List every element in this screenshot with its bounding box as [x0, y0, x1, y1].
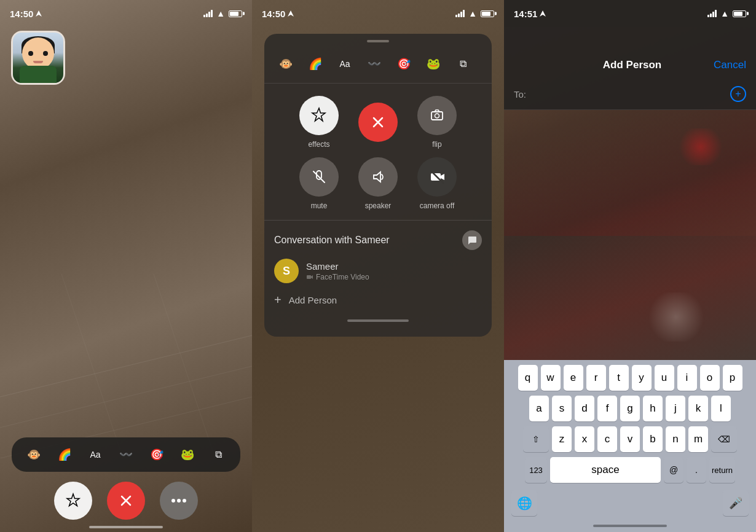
home-indicator-2 — [347, 319, 409, 322]
status-bar-3: 14:51 ▲ — [504, 0, 756, 27]
key-x[interactable]: x — [575, 426, 594, 452]
panel-call-controls: 14:50 ▲ 🐵 🌈 Aa 〰️ 🎯 🐸 ⧉ — [252, 0, 504, 532]
status-icons-3: ▲ — [707, 9, 746, 18]
recipient-input[interactable] — [531, 89, 730, 100]
monkey-btn-2[interactable]: 🐵 — [274, 52, 297, 76]
key-l[interactable]: l — [711, 396, 731, 421]
flip-circle — [417, 96, 457, 135]
key-r[interactable]: r — [586, 365, 606, 391]
effects-toolbar-1: 🐵 🌈 Aa 〰️ 🎯 🐸 ⧉ — [12, 437, 240, 472]
effects-circle — [299, 96, 339, 135]
wifi-icon: ▲ — [216, 9, 225, 18]
add-person-row[interactable]: + Add Person — [274, 293, 482, 307]
key-dot[interactable]: . — [687, 457, 706, 483]
sheet-handle — [367, 40, 389, 42]
flip-ctrl-btn[interactable]: flip — [417, 96, 457, 149]
text-btn[interactable]: Aa — [84, 444, 106, 466]
layers-btn-2[interactable]: ⧉ — [451, 52, 474, 76]
end-call-btn-2[interactable] — [358, 103, 398, 142]
svg-marker-17 — [374, 172, 380, 182]
more-btn-1[interactable] — [160, 482, 198, 520]
mute-ctrl-btn[interactable]: mute — [299, 157, 339, 210]
key-i[interactable]: i — [677, 365, 697, 391]
location-icon-3 — [540, 10, 546, 17]
audio-effect-btn[interactable]: 〰️ — [115, 444, 137, 466]
key-t[interactable]: t — [609, 365, 629, 391]
frog-btn[interactable]: 🐸 — [176, 444, 199, 466]
svg-line-16 — [313, 171, 325, 182]
key-b[interactable]: b — [643, 426, 663, 452]
speaker-circle — [358, 157, 398, 197]
mic-key[interactable]: 🎤 — [723, 490, 749, 516]
key-u[interactable]: u — [655, 365, 674, 391]
add-contact-btn[interactable]: + — [730, 86, 746, 102]
cancel-btn[interactable]: Cancel — [714, 59, 746, 71]
rainbow-btn[interactable]: 🌈 — [53, 444, 76, 466]
key-c[interactable]: c — [597, 426, 617, 452]
effects-ctrl-btn[interactable]: effects — [299, 96, 339, 149]
home-indicator-1 — [89, 526, 163, 528]
key-delete[interactable]: ⌫ — [711, 426, 737, 452]
call-options-sheet: 🐵 🌈 Aa 〰️ 🎯 🐸 ⧉ effects — [264, 34, 492, 337]
effects-action-btn[interactable] — [54, 482, 92, 520]
key-return[interactable]: return — [709, 457, 735, 483]
key-s[interactable]: s — [552, 396, 572, 421]
frog-btn-2[interactable]: 🐸 — [422, 52, 445, 76]
layers-btn[interactable]: ⧉ — [207, 444, 229, 466]
key-g[interactable]: g — [620, 396, 640, 421]
camera-off-icon — [428, 168, 446, 186]
text-btn-2[interactable]: Aa — [333, 52, 356, 76]
flip-camera-icon — [428, 107, 446, 124]
audio-btn-2[interactable]: 〰️ — [363, 52, 386, 76]
key-v[interactable]: v — [620, 426, 640, 452]
camera-off-ctrl-btn[interactable]: camera off — [417, 157, 457, 210]
key-f[interactable]: f — [597, 396, 617, 421]
key-q[interactable]: q — [518, 365, 538, 391]
globe-key[interactable]: 🌐 — [511, 490, 537, 516]
key-p[interactable]: p — [723, 365, 742, 391]
keyboard-row-1: q w e r t y u i o p — [506, 365, 754, 391]
key-d[interactable]: d — [575, 396, 594, 421]
circle-btn[interactable]: 🎯 — [146, 444, 168, 466]
contact-name: Sameer — [306, 261, 369, 272]
svg-point-10 — [183, 499, 186, 503]
message-btn[interactable] — [462, 230, 482, 250]
key-o[interactable]: o — [700, 365, 720, 391]
circle-btn-2[interactable]: 🎯 — [392, 52, 415, 76]
key-m[interactable]: m — [688, 426, 708, 452]
key-e[interactable]: e — [564, 365, 583, 391]
action-buttons-1 — [54, 482, 198, 520]
rainbow-btn-2[interactable]: 🌈 — [304, 52, 327, 76]
to-field: To: + — [504, 79, 756, 110]
speaker-ctrl-btn[interactable]: speaker — [358, 157, 398, 210]
star-icon — [65, 493, 81, 509]
key-shift[interactable]: ⇧ — [523, 426, 549, 452]
contact-subtitle: FaceTime Video — [306, 273, 369, 281]
key-at[interactable]: @ — [664, 457, 683, 483]
key-123[interactable]: 123 — [525, 457, 547, 483]
red-glow — [676, 128, 725, 165]
panel-facetime-call: 14:50 ▲ — [0, 0, 252, 532]
status-bar-2: 14:50 ▲ — [252, 0, 504, 27]
end-call-circle — [358, 103, 398, 142]
signal-icon — [203, 10, 213, 17]
add-plus-icon: + — [274, 293, 282, 307]
key-n[interactable]: n — [666, 426, 685, 452]
key-y[interactable]: y — [632, 365, 652, 391]
status-icons-2: ▲ — [455, 9, 494, 18]
svg-rect-21 — [307, 275, 311, 279]
key-k[interactable]: k — [688, 396, 708, 421]
monkey-emoji-btn[interactable]: 🐵 — [23, 444, 45, 466]
conversation-header: Conversation with Sameer — [274, 230, 482, 250]
key-a[interactable]: a — [529, 396, 549, 421]
keyboard-row-3: ⇧ z x c v b n m ⌫ — [506, 426, 754, 452]
key-w[interactable]: w — [541, 365, 561, 391]
key-j[interactable]: j — [666, 396, 685, 421]
svg-point-9 — [177, 499, 181, 503]
key-space[interactable]: space — [550, 457, 661, 483]
svg-point-8 — [171, 499, 175, 503]
key-h[interactable]: h — [643, 396, 663, 421]
keyboard-row-2: a s d f g h j k l — [506, 396, 754, 421]
end-call-btn-1[interactable] — [107, 482, 145, 520]
key-z[interactable]: z — [552, 426, 572, 452]
